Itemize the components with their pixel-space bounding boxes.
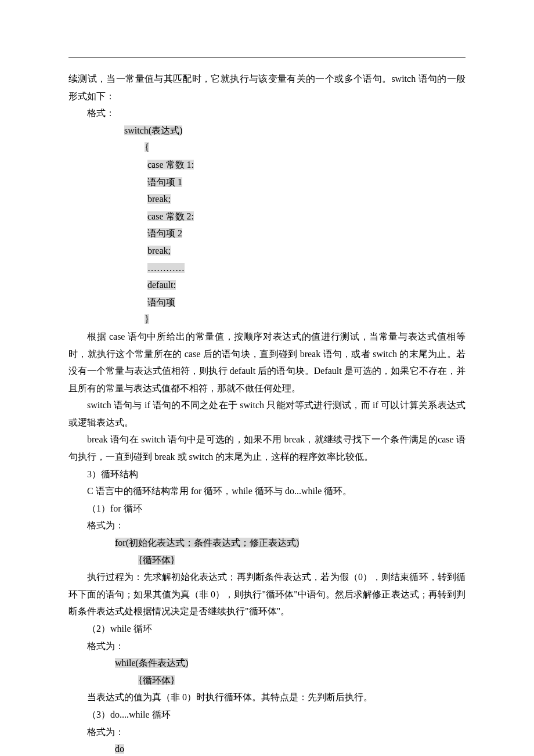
paragraph: 格式为： [68, 723, 466, 741]
code-line: 语句项 1 [147, 174, 466, 191]
code-line: while(条件表达式) [115, 654, 466, 672]
code-line: for(初始化表达式；条件表达式；修正表达式) [115, 534, 466, 552]
code-line: break; [147, 242, 466, 260]
dowhile-code-block: do {循环体} while(条件表达式); [115, 740, 466, 756]
for-code-block: for(初始化表达式；条件表达式；修正表达式) {循环体} [115, 534, 466, 568]
code-line: ………… [147, 260, 466, 277]
code-line: case 常数 2: [147, 208, 466, 225]
code-line: default: [147, 276, 466, 294]
paragraph: 3）循环结构 [68, 466, 466, 483]
paragraph: 格式： [68, 105, 466, 122]
paragraph: （1）for 循环 [68, 500, 466, 517]
code-line: } [145, 311, 466, 328]
paragraph: （2）while 循环 [68, 620, 466, 638]
paragraph: C 语言中的循环结构常用 for 循环，while 循环与 do...while… [68, 483, 466, 500]
paragraph: （3）do....while 循环 [68, 706, 466, 723]
code-line: switch(表达式) [124, 122, 466, 139]
paragraph: 续测试，当一常量值与其匹配时，它就执行与该变量有关的一个或多个语句。switch… [68, 70, 466, 105]
code-line: { [145, 139, 466, 156]
code-line: 语句项 [147, 294, 466, 311]
code-line: do [115, 740, 466, 756]
document-page: 续测试，当一常量值与其匹配时，它就执行与该变量有关的一个或多个语句。switch… [0, 0, 534, 756]
code-line: case 常数 1: [147, 156, 466, 174]
paragraph: 根据 case 语句中所给出的常量值，按顺序对表达式的值进行测试，当常量与表达式… [68, 328, 466, 397]
paragraph: 格式为： [68, 517, 466, 534]
paragraph: switch 语句与 if 语句的不同之处在于 switch 只能对等式进行测试… [68, 397, 466, 431]
paragraph: 执行过程为：先求解初始化表达式；再判断条件表达式，若为假（0），则结束循环，转到… [68, 568, 466, 620]
code-line: 语句项 2 [147, 225, 466, 242]
code-line: {循环体} [138, 672, 466, 689]
paragraph: break 语句在 switch 语句中是可选的，如果不用 break，就继续寻… [68, 431, 466, 465]
paragraph: 当表达式的值为真（非 0）时执行循环体。其特点是：先判断后执行。 [68, 689, 466, 706]
while-code-block: while(条件表达式) {循环体} [115, 654, 466, 689]
paragraph: 格式为： [68, 638, 466, 655]
code-line: {循环体} [138, 552, 466, 569]
code-line: break; [147, 190, 466, 208]
switch-code-block: switch(表达式) { case 常数 1: 语句项 1 break; ca… [124, 122, 466, 328]
top-rule [68, 57, 466, 57]
